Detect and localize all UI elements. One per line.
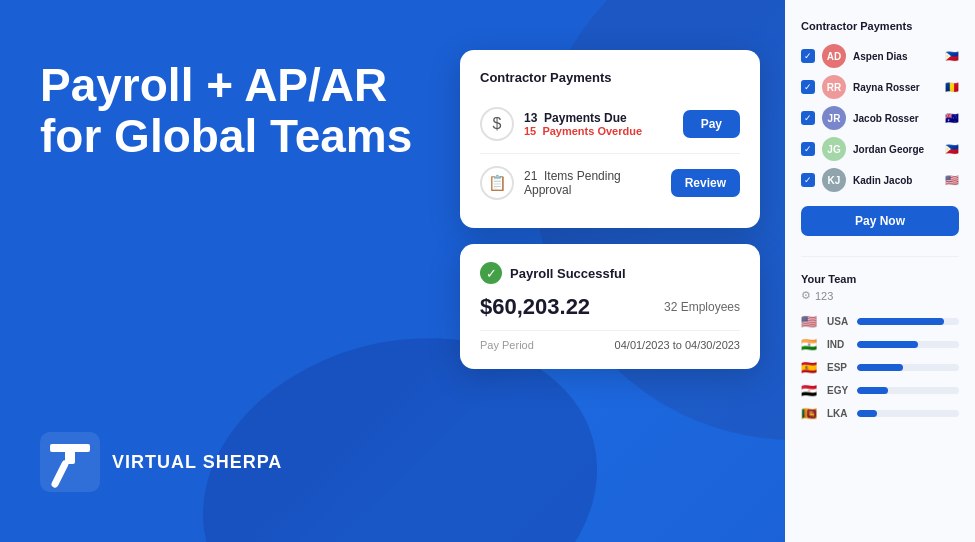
country-bar-fill	[857, 341, 918, 348]
payroll-header: ✓ Payroll Successful	[480, 262, 740, 284]
country-row: 🇮🇳 IND	[801, 337, 959, 352]
contractor-flag: 🇺🇸	[945, 174, 959, 187]
country-flag: 🇮🇳	[801, 337, 821, 352]
center-cards: Contractor Payments $ 13 Payments Due 15…	[460, 50, 760, 369]
hero-title: Payroll + AP/AR for Global Teams	[40, 60, 420, 161]
country-row: 🇪🇬 EGY	[801, 383, 959, 398]
country-bar-container	[857, 364, 959, 371]
country-flag: 🇱🇰	[801, 406, 821, 421]
contractor-name: Jordan George	[853, 144, 938, 155]
contractor-checkbox[interactable]	[801, 49, 815, 63]
contractor-name: Jacob Rosser	[853, 113, 938, 124]
pending-text: 21 Items Pending Approval	[524, 169, 661, 197]
payroll-employees: 32 Employees	[664, 300, 740, 314]
contractor-checkbox[interactable]	[801, 173, 815, 187]
contractor-avatar: RR	[822, 75, 846, 99]
contractor-item: RR Rayna Rosser 🇷🇴	[801, 75, 959, 99]
contractor-avatar: JR	[822, 106, 846, 130]
country-flag: 🇪🇬	[801, 383, 821, 398]
brand-logo: VIRTUAL SHERPA	[40, 432, 282, 492]
payments-due-row: $ 13 Payments Due 15 Payments Overdue Pa…	[480, 99, 740, 149]
payroll-period-value: 04/01/2023 to 04/30/2023	[615, 339, 740, 351]
country-code: LKA	[827, 408, 851, 419]
contractor-avatar: JG	[822, 137, 846, 161]
review-button[interactable]: Review	[671, 169, 740, 197]
pending-icon: 📋	[480, 166, 514, 200]
country-bars: 🇺🇸 USA 🇮🇳 IND 🇪🇸 ESP 🇪🇬 EGY 🇱🇰	[801, 314, 959, 421]
payments-due-info: 13 Payments Due 15 Payments Overdue	[524, 111, 673, 137]
country-flag: 🇺🇸	[801, 314, 821, 329]
contractor-flag: 🇵🇭	[945, 50, 959, 63]
country-row: 🇺🇸 USA	[801, 314, 959, 329]
left-section: Payroll + AP/AR for Global Teams	[40, 60, 420, 189]
pay-now-button[interactable]: Pay Now	[801, 206, 959, 236]
country-row: 🇱🇰 LKA	[801, 406, 959, 421]
right-contractor-section: Contractor Payments AD Aspen Dias 🇵🇭 RR …	[801, 20, 959, 256]
country-flag: 🇪🇸	[801, 360, 821, 375]
payroll-period-row: Pay Period 04/01/2023 to 04/30/2023	[480, 330, 740, 351]
payroll-success-icon: ✓	[480, 262, 502, 284]
contractor-payments-title: Contractor Payments	[480, 70, 740, 85]
country-row: 🇪🇸 ESP	[801, 360, 959, 375]
country-bar-fill	[857, 387, 888, 394]
country-bar-fill	[857, 318, 944, 325]
country-bar-fill	[857, 410, 877, 417]
t-logo-icon	[40, 432, 100, 492]
contractor-name: Rayna Rosser	[853, 82, 938, 93]
contractor-checkbox[interactable]	[801, 142, 815, 156]
country-code: ESP	[827, 362, 851, 373]
contractor-item: KJ Kadin Jacob 🇺🇸	[801, 168, 959, 192]
team-count: 123	[801, 289, 959, 302]
payroll-period-label: Pay Period	[480, 339, 534, 351]
pending-info: 21 Items Pending Approval	[524, 169, 661, 197]
country-bar-container	[857, 410, 959, 417]
contractor-flag: 🇦🇺	[945, 112, 959, 125]
payroll-amount: $60,203.22	[480, 294, 590, 320]
payroll-amount-row: $60,203.22 32 Employees	[480, 294, 740, 320]
country-code: EGY	[827, 385, 851, 396]
contractor-avatar: KJ	[822, 168, 846, 192]
items-pending-row: 📋 21 Items Pending Approval Review	[480, 153, 740, 208]
contractor-checkbox[interactable]	[801, 80, 815, 94]
country-bar-container	[857, 387, 959, 394]
pay-button[interactable]: Pay	[683, 110, 740, 138]
contractor-item: AD Aspen Dias 🇵🇭	[801, 44, 959, 68]
contractor-payments-card: Contractor Payments $ 13 Payments Due 15…	[460, 50, 760, 228]
payroll-card: ✓ Payroll Successful $60,203.22 32 Emplo…	[460, 244, 760, 369]
right-contractor-title: Contractor Payments	[801, 20, 959, 32]
payments-due-text: 13 Payments Due	[524, 111, 673, 125]
team-title: Your Team	[801, 273, 959, 285]
contractor-flag: 🇵🇭	[945, 143, 959, 156]
country-code: USA	[827, 316, 851, 327]
panel-divider	[801, 256, 959, 257]
contractor-item: JR Jacob Rosser 🇦🇺	[801, 106, 959, 130]
contractor-name: Kadin Jacob	[853, 175, 938, 186]
contractor-item: JG Jordan George 🇵🇭	[801, 137, 959, 161]
right-panel: Contractor Payments AD Aspen Dias 🇵🇭 RR …	[785, 0, 975, 542]
country-bar-container	[857, 341, 959, 348]
contractor-list: AD Aspen Dias 🇵🇭 RR Rayna Rosser 🇷🇴 JR J…	[801, 44, 959, 192]
payments-overdue-text: 15 Payments Overdue	[524, 125, 673, 137]
team-section: Your Team 123 🇺🇸 USA 🇮🇳 IND 🇪🇸 ESP 🇪🇬 E	[801, 273, 959, 522]
contractor-checkbox[interactable]	[801, 111, 815, 125]
brand-name: VIRTUAL SHERPA	[112, 452, 282, 473]
country-bar-container	[857, 318, 959, 325]
contractor-name: Aspen Dias	[853, 51, 938, 62]
payments-due-icon: $	[480, 107, 514, 141]
country-code: IND	[827, 339, 851, 350]
payroll-status: Payroll Successful	[510, 266, 626, 281]
contractor-flag: 🇷🇴	[945, 81, 959, 94]
contractor-avatar: AD	[822, 44, 846, 68]
country-bar-fill	[857, 364, 903, 371]
